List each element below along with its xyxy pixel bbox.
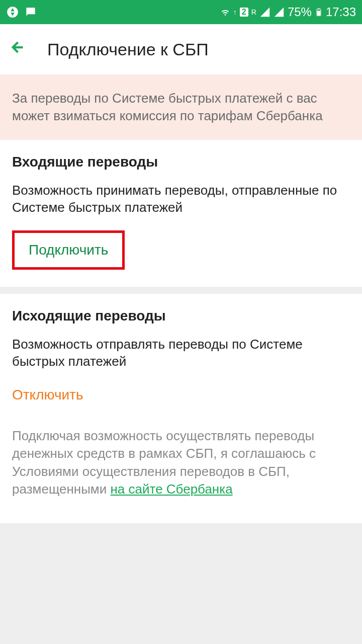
clock-time: 17:33 xyxy=(326,5,356,19)
status-bar: ↑ 2 R 75% 17:33 xyxy=(0,0,362,24)
notice-text: За переводы по Системе быстрых платежей … xyxy=(12,91,323,123)
sberbank-site-link[interactable]: на сайте Сбербанка xyxy=(110,481,232,497)
battery-icon xyxy=(315,6,323,19)
svg-rect-1 xyxy=(317,11,321,15)
connect-button[interactable]: Подключить xyxy=(12,230,125,270)
disable-button[interactable]: Отключить xyxy=(12,384,83,406)
battery-percent: 75% xyxy=(288,5,312,19)
roaming-indicator: R xyxy=(251,8,256,16)
incoming-desc: Возможность принимать переводы, отправле… xyxy=(12,182,350,216)
outgoing-title: Исходящие переводы xyxy=(12,308,350,324)
signal-icon-2 xyxy=(274,7,285,18)
incoming-transfers-section: Входящие переводы Возможность принимать … xyxy=(0,140,362,287)
outgoing-transfers-section: Исходящие переводы Возможность отправлят… xyxy=(0,294,362,523)
wifi-arrow-icon: ↑ xyxy=(233,8,237,16)
sim-badge: 2 xyxy=(240,8,248,17)
back-arrow-icon[interactable] xyxy=(10,39,27,60)
incoming-title: Входящие переводы xyxy=(12,154,350,170)
wifi-icon xyxy=(219,7,232,18)
outgoing-desc: Возможность отправлять переводы по Систе… xyxy=(12,336,350,370)
chat-icon xyxy=(24,6,37,19)
camera-aperture-icon xyxy=(6,6,19,19)
page-title: Подключение к СБП xyxy=(47,40,209,59)
svg-rect-2 xyxy=(318,9,320,9)
terms-text: Подключая возможность осуществлять перев… xyxy=(12,427,350,498)
commission-notice: За переводы по Системе быстрых платежей … xyxy=(0,74,362,140)
signal-icon-1 xyxy=(259,7,270,18)
app-header: Подключение к СБП xyxy=(0,24,362,74)
